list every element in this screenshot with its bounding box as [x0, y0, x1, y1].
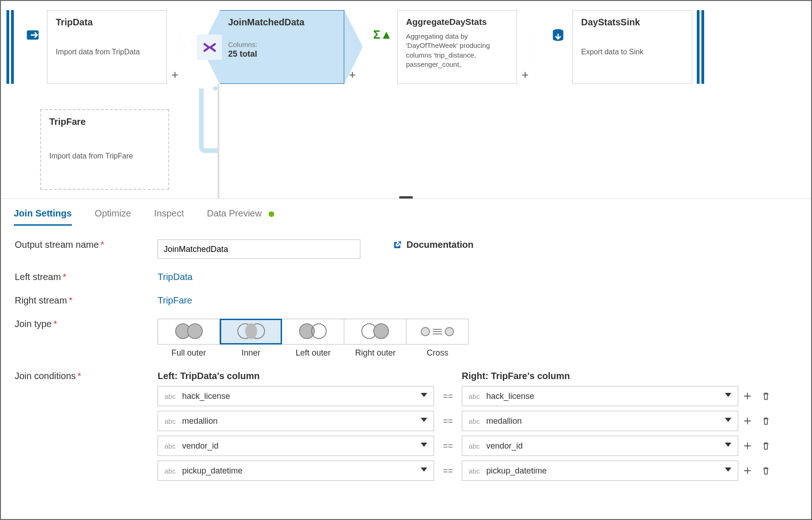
- add-condition-button[interactable]: [738, 416, 757, 426]
- condition-right-dropdown[interactable]: abcmedallion: [462, 411, 738, 431]
- delete-condition-button[interactable]: [757, 416, 775, 426]
- chevron-down-icon: [725, 393, 731, 397]
- condition-operator: ==: [434, 441, 462, 451]
- join-type-label: Join type*: [15, 319, 158, 329]
- tab-data-preview-label: Data Preview: [207, 208, 262, 218]
- delete-condition-button[interactable]: [757, 391, 775, 401]
- node-tripdata[interactable]: TripData Import data from TripData: [47, 10, 167, 84]
- condition-operator: ==: [434, 416, 462, 426]
- tab-join-settings[interactable]: Join Settings: [14, 208, 72, 226]
- join-type-cross-label: Cross: [406, 345, 469, 358]
- join-type-inner-label: Inner: [220, 345, 282, 358]
- join-type-left-outer[interactable]: [282, 319, 344, 345]
- join-type-inner[interactable]: [220, 319, 282, 345]
- source-icon: [20, 22, 45, 47]
- condition-right-dropdown[interactable]: abcvendor_id: [462, 436, 738, 456]
- venn-right-outer-icon: [361, 323, 389, 340]
- open-external-icon: [393, 240, 402, 250]
- node-tripdata-title: TripData: [47, 11, 166, 30]
- canvas-right-stripe: [701, 10, 704, 84]
- node-joinmatcheddata[interactable]: JoinMatchedData Columns: 25 total: [220, 10, 344, 84]
- node-daystatssink[interactable]: DayStatsSink Export data to Sink: [572, 10, 692, 84]
- node-tripdata-subtitle: Import data from TripData: [47, 48, 166, 63]
- condition-left-dropdown[interactable]: abcpickup_datetime: [158, 461, 434, 481]
- chevron-down-icon: [421, 418, 427, 422]
- add-condition-button[interactable]: [738, 391, 757, 401]
- node-tripfare-subtitle: Import data from TripFare: [41, 152, 168, 167]
- join-type-full-outer-label: Full outer: [158, 345, 220, 358]
- connector-line: [213, 86, 218, 91]
- condition-left-dropdown[interactable]: abchack_license: [158, 386, 434, 406]
- join-type-full-outer[interactable]: [158, 319, 220, 345]
- connector-line: [199, 88, 218, 153]
- venn-full-outer-icon: [175, 323, 203, 340]
- node-sink-subtitle: Export data to Sink: [573, 48, 692, 63]
- condition-right-dropdown[interactable]: abcpickup_datetime: [462, 461, 738, 481]
- tab-inspect[interactable]: Inspect: [154, 208, 183, 226]
- join-type-right-outer-label: Right outer: [344, 345, 406, 358]
- node-tripfare[interactable]: TripFare Import data from TripFare: [40, 109, 169, 190]
- status-dot-icon: [269, 211, 274, 217]
- node-aggregatedaystats[interactable]: Σ▲ AggregateDayStats Aggregating data by…: [397, 10, 517, 84]
- canvas-right-stripe: [697, 10, 700, 84]
- chevron-down-icon: [421, 467, 427, 472]
- node-tripfare-title: TripFare: [41, 110, 168, 130]
- join-icon: [197, 35, 222, 60]
- arrow-icon: [169, 109, 188, 190]
- delete-condition-button[interactable]: [757, 441, 775, 451]
- left-stream-label: Left stream*: [15, 272, 158, 282]
- tab-data-preview[interactable]: Data Preview: [207, 208, 275, 226]
- chevron-down-icon: [421, 443, 427, 447]
- aggregate-icon: Σ▲: [370, 22, 395, 47]
- cross-join-icon: [421, 327, 454, 336]
- vertical-divider: [218, 84, 219, 199]
- output-stream-input[interactable]: [158, 240, 360, 259]
- venn-inner-icon: [237, 323, 265, 340]
- dataflow-canvas[interactable]: TripData Import data from TripData + Joi…: [1, 1, 811, 199]
- chevron-down-icon: [725, 467, 731, 472]
- join-conditions-label: Join conditions*: [15, 371, 158, 381]
- chevron-down-icon: [421, 393, 427, 397]
- settings-tabs: Join Settings Optimize Inspect Data Prev…: [1, 199, 811, 226]
- documentation-label: Documentation: [406, 240, 474, 250]
- add-branch-button[interactable]: +: [171, 68, 178, 82]
- join-type-right-outer[interactable]: [344, 319, 406, 345]
- add-condition-button[interactable]: [738, 466, 757, 476]
- conditions-grid: abchack_license == abchack_license abcme…: [158, 386, 775, 481]
- join-type-cross[interactable]: [406, 319, 469, 345]
- conditions-right-header: Right: TripFare's column: [462, 371, 738, 381]
- conditions-left-header: Left: TripData's column: [158, 371, 434, 381]
- node-join-cols-value: 25 total: [220, 49, 344, 65]
- settings-panel: Output stream name* Documentation Left s…: [1, 226, 811, 508]
- canvas-left-stripe: [6, 10, 9, 84]
- node-agg-title: AggregateDayStats: [398, 11, 517, 30]
- add-branch-button[interactable]: +: [522, 68, 529, 82]
- condition-left-dropdown[interactable]: abcvendor_id: [158, 436, 434, 456]
- left-stream-link[interactable]: TripData: [158, 272, 193, 282]
- join-type-group: [158, 319, 469, 345]
- join-type-left-outer-label: Left outer: [282, 345, 344, 358]
- venn-left-outer-icon: [299, 323, 327, 340]
- node-agg-subtitle: Aggregating data by 'DayOfTheWeek' produ…: [398, 30, 517, 76]
- delete-condition-button[interactable]: [757, 466, 775, 476]
- right-stream-label: Right stream*: [15, 295, 158, 306]
- condition-operator: ==: [434, 391, 462, 401]
- node-join-title: JoinMatchedData: [220, 11, 344, 30]
- drag-handle-icon[interactable]: [399, 196, 413, 199]
- condition-right-dropdown[interactable]: abchack_license: [462, 386, 738, 406]
- chevron-down-icon: [725, 443, 731, 447]
- node-join-cols-label: Columns:: [220, 41, 344, 49]
- right-stream-link[interactable]: TripFare: [158, 295, 192, 306]
- documentation-link[interactable]: Documentation: [393, 240, 474, 250]
- add-condition-button[interactable]: [738, 441, 757, 451]
- chevron-down-icon: [725, 418, 731, 422]
- tab-optimize[interactable]: Optimize: [95, 208, 131, 226]
- condition-left-dropdown[interactable]: abcmedallion: [158, 411, 434, 431]
- node-sink-title: DayStatsSink: [573, 11, 692, 30]
- condition-operator: ==: [434, 466, 462, 476]
- add-branch-button[interactable]: +: [349, 68, 356, 82]
- output-stream-label: Output stream name*: [15, 240, 158, 250]
- canvas-left-stripe: [11, 10, 14, 84]
- sink-icon: [545, 22, 571, 47]
